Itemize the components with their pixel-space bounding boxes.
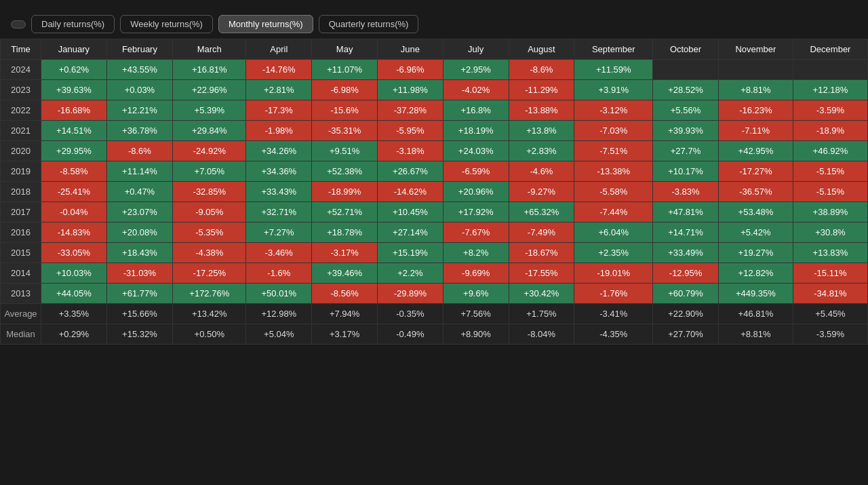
value-cell: +16.8% xyxy=(443,100,509,121)
median-cell: +15.32% xyxy=(106,324,172,345)
table-row: 2016-14.83%+20.08%-5.35%+7.27%+18.78%+27… xyxy=(1,222,868,243)
value-cell: -25.41% xyxy=(41,182,107,202)
value-cell: -0.04% xyxy=(41,202,107,222)
median-cell: +8.81% xyxy=(718,324,793,345)
value-cell: +26.67% xyxy=(378,161,443,182)
col-header-july: July xyxy=(443,39,509,60)
table-row: 2024+0.62%+43.55%+16.81%-14.76%+11.07%-6… xyxy=(1,60,868,80)
value-cell: +12.82% xyxy=(718,263,793,284)
value-cell: -34.81% xyxy=(793,284,867,304)
tab-monthly[interactable]: Monthly returns(%) xyxy=(218,15,313,33)
value-cell: -29.89% xyxy=(378,284,443,304)
value-cell: +44.05% xyxy=(41,284,107,304)
value-cell: -16.68% xyxy=(41,100,107,121)
value-cell: -9.05% xyxy=(173,202,246,222)
average-cell: +15.66% xyxy=(106,304,172,324)
value-cell: +13.8% xyxy=(509,121,574,141)
value-cell: -1.98% xyxy=(246,121,312,141)
value-cell: +10.45% xyxy=(378,202,443,222)
value-cell: +27.7% xyxy=(653,141,719,161)
value-cell: +23.07% xyxy=(106,202,172,222)
col-header-september: September xyxy=(574,39,653,60)
value-cell: +14.51% xyxy=(41,121,107,141)
value-cell: +14.71% xyxy=(653,222,719,243)
col-header-december: December xyxy=(793,39,867,60)
value-cell: +12.18% xyxy=(793,80,867,100)
col-header-time: Time xyxy=(1,39,41,60)
value-cell: -5.58% xyxy=(574,182,653,202)
value-cell: -11.29% xyxy=(509,80,574,100)
value-cell: +11.59% xyxy=(574,60,653,80)
value-cell: -5.15% xyxy=(793,161,867,182)
value-cell: +24.03% xyxy=(443,141,509,161)
value-cell: +29.95% xyxy=(41,141,107,161)
value-cell: +60.79% xyxy=(653,284,719,304)
value-cell: +5.42% xyxy=(718,222,793,243)
year-cell: 2019 xyxy=(1,161,41,182)
value-cell: +38.89% xyxy=(793,202,867,222)
value-cell: +20.08% xyxy=(106,222,172,243)
average-cell: -3.41% xyxy=(574,304,653,324)
value-cell: +2.83% xyxy=(509,141,574,161)
average-cell: +5.45% xyxy=(793,304,867,324)
year-cell: 2024 xyxy=(1,60,41,80)
value-cell: +5.56% xyxy=(653,100,719,121)
header-row: TimeJanuaryFebruaryMarchAprilMayJuneJuly… xyxy=(1,39,868,60)
year-cell: 2016 xyxy=(1,222,41,243)
table-row: 2022-16.68%+12.21%+5.39%-17.3%-15.6%-37.… xyxy=(1,100,868,121)
value-cell: +33.43% xyxy=(246,182,312,202)
value-cell: +61.77% xyxy=(106,284,172,304)
value-cell xyxy=(653,60,719,80)
table-row: 2019-8.58%+11.14%+7.05%+34.36%+52.38%+26… xyxy=(1,161,868,182)
value-cell: -14.83% xyxy=(41,222,107,243)
median-cell: +3.17% xyxy=(312,324,378,345)
year-cell: 2023 xyxy=(1,80,41,100)
value-cell: -6.98% xyxy=(312,80,378,100)
value-cell: -18.99% xyxy=(312,182,378,202)
tab-weekly[interactable]: Weekly returns(%) xyxy=(120,15,213,33)
value-cell: -7.67% xyxy=(443,222,509,243)
value-cell: -31.03% xyxy=(106,263,172,284)
median-cell: +0.29% xyxy=(41,324,107,345)
value-cell: +32.71% xyxy=(246,202,312,222)
value-cell: +18.78% xyxy=(312,222,378,243)
year-cell: 2014 xyxy=(1,263,41,284)
value-cell: +33.49% xyxy=(653,243,719,263)
value-cell: -8.6% xyxy=(106,141,172,161)
value-cell: +2.81% xyxy=(246,80,312,100)
col-header-april: April xyxy=(246,39,312,60)
value-cell: +39.46% xyxy=(312,263,378,284)
average-cell: +13.42% xyxy=(173,304,246,324)
value-cell: +65.32% xyxy=(509,202,574,222)
value-cell: +449.35% xyxy=(718,284,793,304)
value-cell: +17.92% xyxy=(443,202,509,222)
year-cell: 2021 xyxy=(1,121,41,141)
value-cell: -14.76% xyxy=(246,60,312,80)
value-cell: +28.52% xyxy=(653,80,719,100)
tab-daily[interactable]: Daily returns(%) xyxy=(31,15,115,33)
table-container: TimeJanuaryFebruaryMarchAprilMayJuneJuly… xyxy=(0,39,868,345)
col-header-january: January xyxy=(41,39,107,60)
value-cell: +12.21% xyxy=(106,100,172,121)
value-cell: -24.92% xyxy=(173,141,246,161)
value-cell: -14.62% xyxy=(378,182,443,202)
value-cell: -7.49% xyxy=(509,222,574,243)
value-cell: +34.36% xyxy=(246,161,312,182)
value-cell: -18.9% xyxy=(793,121,867,141)
btc-selector[interactable] xyxy=(11,20,26,28)
value-cell: +52.38% xyxy=(312,161,378,182)
value-cell: +50.01% xyxy=(246,284,312,304)
value-cell: +5.39% xyxy=(173,100,246,121)
value-cell: +29.84% xyxy=(173,121,246,141)
table-row: 2017-0.04%+23.07%-9.05%+32.71%+52.71%+10… xyxy=(1,202,868,222)
value-cell: +2.2% xyxy=(378,263,443,284)
average-cell: +12.98% xyxy=(246,304,312,324)
value-cell: +7.05% xyxy=(173,161,246,182)
value-cell: +20.96% xyxy=(443,182,509,202)
tab-quarterly[interactable]: Quarterly returns(%) xyxy=(319,15,419,33)
value-cell: -33.05% xyxy=(41,243,107,263)
value-cell: -5.35% xyxy=(173,222,246,243)
value-cell: -9.69% xyxy=(443,263,509,284)
value-cell: -7.51% xyxy=(574,141,653,161)
value-cell: +7.27% xyxy=(246,222,312,243)
